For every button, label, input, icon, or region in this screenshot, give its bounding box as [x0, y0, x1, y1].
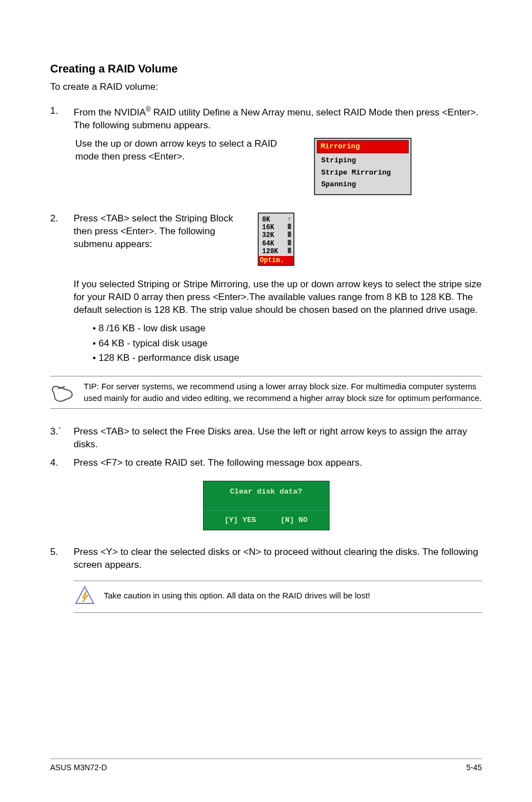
tip-callout: TIP: For server systems, we recommend us…	[50, 376, 482, 409]
step-1: 1. From the NVIDIA® RAID utility Define …	[50, 105, 482, 197]
step-number: 1.	[50, 105, 74, 118]
caution-callout: Take caution in using this option. All d…	[74, 581, 482, 613]
step-2-text: Press <TAB> select the Striping Block th…	[74, 212, 241, 251]
step-number: 3.`	[50, 426, 74, 438]
bullet-item: • 64 KB - typical disk usage	[93, 337, 482, 350]
raid-mode-menu: Mirroring Striping Stripe Mirroring Span…	[314, 138, 412, 195]
stripe-size-menu: 8K↑ 16K 32K 64K 128K Optim.	[258, 212, 294, 266]
step-number: 5.	[50, 546, 74, 559]
tip-text: TIP: For server systems, we recommend us…	[84, 381, 482, 404]
bullet-item: • 128 KB - performance disk usage	[93, 352, 482, 365]
stripe-option: 128K	[262, 248, 278, 255]
scrollbar-thumb	[288, 248, 291, 253]
step-4-text: Press <F7> to create RAID set. The follo…	[74, 457, 482, 470]
intro-text: To create a RAID volume:	[50, 81, 482, 94]
step-1-paragraph: Use the up or down arrow keys to select …	[75, 137, 312, 195]
hand-point-icon	[50, 381, 76, 403]
step-1-text: From the NVIDIA® RAID utility Define a N…	[74, 105, 482, 132]
step-5: 5. Press <Y> to clear the selected disks…	[50, 546, 482, 572]
scrollbar-thumb	[288, 240, 291, 245]
stripe-explanation: If you selected Striping or Stripe Mirro…	[50, 278, 482, 368]
raid-mode-option: Striping	[317, 154, 409, 167]
page-footer: ASUS M3N72-D 5-45	[50, 758, 482, 773]
stripe-option: 64K	[262, 240, 274, 248]
bullet-item: • 8 /16 KB - low disk usage	[93, 322, 482, 335]
raid-mode-selected: Mirroring	[317, 140, 409, 153]
stripe-option: 32K	[262, 231, 274, 239]
step-5-text: Press <Y> to clear the selected disks or…	[74, 546, 482, 572]
caution-text: Take caution in using this option. All d…	[104, 586, 370, 601]
step-3: 3.` Press <TAB> to select the Free Disks…	[50, 426, 482, 451]
section-heading: Creating a RAID Volume	[50, 61, 482, 76]
up-arrow-icon: ↑	[287, 216, 291, 224]
dialog-title: Clear disk data?	[204, 481, 329, 510]
stripe-option: 8K	[262, 216, 270, 224]
stripe-option-selected: Optim.	[259, 256, 293, 265]
raid-mode-option: Stripe Mirroring	[317, 167, 409, 179]
raid-mode-option: Spanning	[317, 178, 409, 191]
step-2: 2. Press <TAB> select the Striping Block…	[50, 212, 482, 266]
footer-right: 5-45	[466, 762, 482, 773]
caution-lightning-icon	[74, 586, 96, 608]
step-number: 2.	[50, 212, 74, 225]
step-4: 4. Press <F7> to create RAID set. The fo…	[50, 457, 482, 470]
clear-disk-dialog: Clear disk data? [Y] YES [N] NO	[203, 481, 330, 530]
dialog-no-option: [N] NO	[280, 515, 308, 525]
step-3-text: Press <TAB> to select the Free Disks are…	[74, 426, 482, 451]
scrollbar-thumb	[288, 231, 291, 237]
stripe-paragraph: If you selected Striping or Stripe Mirro…	[74, 278, 482, 317]
dialog-yes-option: [Y] YES	[224, 515, 256, 525]
stripe-option: 16K	[262, 224, 274, 231]
footer-left: ASUS M3N72-D	[50, 762, 107, 773]
step-number: 4.	[50, 457, 74, 470]
scrollbar-thumb	[288, 224, 291, 229]
